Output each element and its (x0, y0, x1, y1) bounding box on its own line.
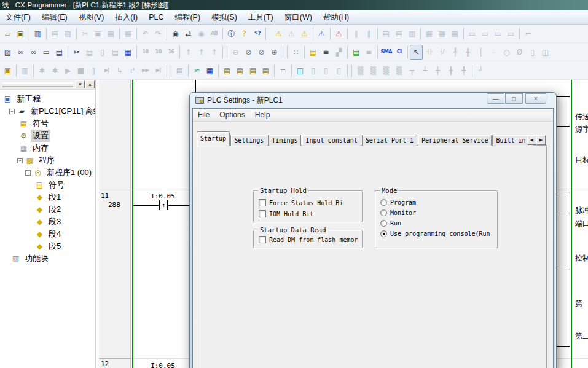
tree-item-section3[interactable]: ◆段3 (0, 216, 95, 228)
checkbox-box[interactable] (259, 236, 266, 243)
zoom-fit-icon[interactable]: ⊖ (229, 45, 242, 60)
paste-icon[interactable]: ▦ (104, 26, 117, 41)
step-over-icon[interactable]: ↱ (126, 63, 139, 78)
menu-edit[interactable]: 编辑(E) (36, 10, 73, 24)
step-into-icon[interactable]: ↳ (113, 63, 126, 78)
output-window-icon[interactable]: ▭ (40, 45, 53, 60)
program-check-icon[interactable]: ⚠ (298, 26, 311, 41)
window-view2-icon[interactable]: ▯ (319, 63, 332, 78)
monitor-pair-icon[interactable]: ▞ (332, 45, 345, 60)
io-table-icon[interactable]: ▭ (466, 26, 479, 41)
menu-window[interactable]: 窗口(W) (279, 10, 318, 24)
contact-bar-left[interactable] (159, 200, 160, 210)
monitor-decimal-icon[interactable]: 10 (139, 45, 152, 60)
iom-hold-bit-checkbox[interactable]: IOM Hold Bit (259, 210, 362, 217)
tree-item-symbols[interactable]: ▤符号 (0, 117, 95, 130)
tree-item-memory[interactable]: ▦内存 (0, 142, 95, 154)
rung-comment-icon[interactable]: ▤ (307, 45, 319, 60)
print-icon[interactable]: ▤ (49, 26, 61, 41)
tab-scroll-left-button[interactable]: ◀ (527, 135, 536, 145)
pause-mode-icon[interactable]: ∥ (87, 63, 100, 78)
window-titlebar[interactable]: 线 - CX-Programmer - [新PLC1.新程序1.段2 [梯形图]… (0, 0, 588, 10)
help-icon[interactable]: ? (238, 26, 251, 41)
rung-annotation-icon[interactable]: ≡ (319, 45, 332, 60)
print-preview-icon[interactable]: ▧ (61, 26, 74, 41)
tree-item-new-program[interactable]: -◎新程序1 (00) (0, 166, 95, 179)
transfer-program-icon[interactable]: ▤ (393, 26, 406, 41)
tab-timings[interactable]: Timings (268, 135, 301, 146)
menu-file[interactable]: 文件(F) (0, 10, 36, 24)
contact-operand-label[interactable]: I:0.05 (146, 362, 180, 368)
dialog-menu-file[interactable]: File (193, 109, 214, 121)
close-button[interactable]: × (525, 93, 546, 104)
dialog-menu-options[interactable]: Options (214, 109, 249, 121)
checkbox-box[interactable] (259, 210, 266, 217)
menu-view[interactable]: 视图(V) (73, 10, 110, 24)
cut-icon[interactable]: ✂ (79, 26, 92, 41)
open-project-icon[interactable]: ▱ (1, 26, 14, 41)
force-status-hold-checkbox[interactable]: Force Status Hold Bi (259, 199, 362, 206)
drag-grip[interactable] (2, 82, 73, 87)
contact-or-nc-icon[interactable]: ╫ (461, 45, 474, 60)
view-3d-icon[interactable]: ≋ (190, 63, 203, 78)
monitor-hex-icon[interactable]: 16 (165, 45, 178, 60)
online-monitor-icon[interactable]: ▥ (18, 63, 31, 78)
watch-window2-icon[interactable]: ∞ (27, 45, 40, 60)
tree-item-section2[interactable]: ◆段2 (0, 203, 95, 216)
force-cancel-icon[interactable]: ↑ (208, 45, 221, 60)
traffic-light-icon[interactable]: ≡ (276, 63, 289, 78)
contact-or-no-icon[interactable]: ╀ (449, 45, 461, 60)
force-on-icon[interactable]: ↑ (182, 45, 195, 60)
tab-input-constant[interactable]: Input constant (302, 135, 361, 146)
plc-online-icon[interactable]: ▣ (1, 63, 14, 78)
plc-memory-icon[interactable]: ▭ (479, 26, 492, 41)
diff-down-icon[interactable]: ┷ (418, 63, 431, 78)
monitor-signed-decimal-icon[interactable]: 10 (152, 45, 165, 60)
partial-transfer-icon[interactable]: ∥ (350, 26, 363, 41)
rung-wrap-icon[interactable]: ▤ (350, 45, 363, 60)
radio-button[interactable] (380, 209, 387, 216)
minimize-button[interactable]: — (487, 93, 504, 104)
diff-both-icon[interactable]: ┿ (431, 63, 444, 78)
window-view3-icon[interactable]: ▯ (332, 63, 345, 78)
checkbox-box[interactable] (259, 199, 266, 206)
undo-icon[interactable]: ↶ (139, 26, 152, 41)
address-reference-icon[interactable]: ▤ (83, 45, 96, 60)
compare-with-plc-icon[interactable]: ▤ (380, 26, 393, 41)
coil-closed-icon[interactable]: Ø (513, 45, 526, 60)
prev-window-icon[interactable]: ▤ (259, 63, 272, 78)
instruction-box2-icon[interactable]: ◫ (539, 45, 552, 60)
diff-up-icon[interactable]: ┯ (406, 63, 418, 78)
dialog-menu-help[interactable]: Help (250, 109, 275, 121)
differential-step-icon[interactable]: ⌐ (522, 26, 535, 41)
radio-button[interactable] (380, 230, 387, 237)
diff-set-icon[interactable]: ╂ (444, 63, 457, 78)
data-trace4-icon[interactable]: ▒ (393, 63, 406, 78)
online-edit-icon[interactable]: ▦ (449, 26, 461, 41)
compile-program-icon[interactable]: ⚠ (272, 26, 285, 41)
tree-item-settings[interactable]: ⚙设置 (0, 130, 95, 142)
contact-no-icon[interactable]: ┤├ (423, 45, 436, 60)
tree-item-function-block[interactable]: ▥功能块 (0, 253, 95, 265)
menu-tools[interactable]: 工具(T) (243, 10, 279, 24)
local-window-icon[interactable]: ▯ (96, 45, 109, 60)
monitor-hold-icon[interactable]: ✱ (36, 63, 49, 78)
ci-function-icon[interactable]: CI (393, 45, 406, 60)
tree-item-section4[interactable]: ◆段4 (0, 228, 95, 240)
redo-icon[interactable]: ↷ (152, 26, 165, 41)
transfer-to-plc-icon[interactable]: ⚠ (315, 26, 328, 41)
copy-icon[interactable]: ▣ (92, 26, 104, 41)
read-dm-flash-checkbox[interactable]: Read DM from flash memor (259, 236, 362, 243)
tree-item-section1[interactable]: ◆段1 (0, 191, 95, 203)
context-help-icon[interactable]: ↖? (251, 26, 264, 41)
show-tree-icon[interactable]: ≡ (363, 45, 375, 60)
mode-program-radio[interactable]: Program (380, 199, 497, 206)
radio-button[interactable] (380, 199, 387, 206)
workspace-dropdown-button[interactable]: ▼ (76, 80, 85, 88)
run-mode-icon[interactable]: ▶ (61, 63, 74, 78)
about-icon[interactable]: ⓘ (225, 26, 238, 41)
paste-rung-icon[interactable]: ▦ (122, 26, 135, 41)
time-chart-icon[interactable]: ▦ (203, 63, 216, 78)
monitor-hold2-icon[interactable]: ✱ (49, 63, 61, 78)
next-window-icon[interactable]: ▤ (246, 63, 259, 78)
